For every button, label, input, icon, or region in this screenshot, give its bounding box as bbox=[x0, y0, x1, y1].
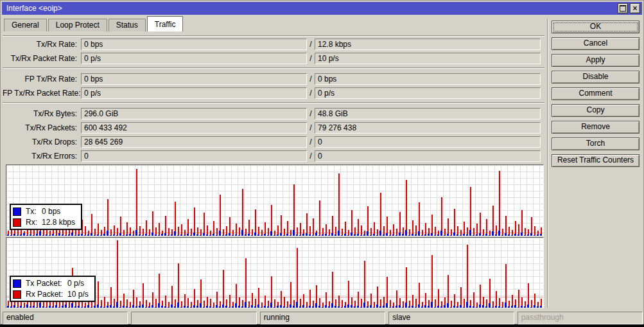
tx-bar bbox=[261, 235, 263, 236]
maximize-button[interactable] bbox=[618, 3, 628, 13]
tx-bar bbox=[440, 306, 442, 308]
tx-bar bbox=[184, 306, 186, 308]
tx-bar bbox=[267, 306, 269, 308]
button-torch[interactable]: Torch bbox=[552, 137, 640, 150]
tx-bar bbox=[521, 306, 523, 308]
field-row-tx-rx-bytes: Tx/Rx Bytes:296.0 GiB/48.8 GiB bbox=[3, 108, 544, 119]
tx-bar bbox=[498, 306, 500, 308]
tx-bar bbox=[421, 235, 423, 236]
button-cancel[interactable]: Cancel bbox=[552, 37, 640, 50]
tx-bar bbox=[264, 306, 266, 308]
rx-bar bbox=[178, 263, 179, 308]
tab-loop-protect[interactable]: Loop Protect bbox=[48, 19, 107, 31]
tx-bar bbox=[113, 306, 115, 308]
tx-bar bbox=[209, 306, 211, 308]
tx-bar bbox=[7, 306, 9, 308]
titlebar[interactable]: Interface <eoip> × bbox=[2, 2, 642, 15]
tab-status[interactable]: Status bbox=[109, 19, 146, 31]
tx-bar bbox=[142, 235, 144, 236]
slash-separator: / bbox=[307, 123, 315, 132]
rx-bar bbox=[229, 295, 231, 308]
tx-bar bbox=[354, 306, 356, 308]
tx-bar bbox=[200, 235, 202, 236]
tx-bar bbox=[399, 233, 401, 236]
rx-bar bbox=[223, 270, 224, 308]
rx-value: 12.8 kbps bbox=[42, 218, 75, 227]
tx-bar bbox=[274, 235, 275, 236]
tx-bar bbox=[482, 235, 484, 236]
button-comment[interactable]: Comment bbox=[552, 87, 640, 100]
tx-bar bbox=[229, 233, 231, 236]
tx-bar bbox=[232, 306, 234, 308]
button-remove[interactable]: Remove bbox=[552, 121, 640, 134]
rx-bar bbox=[319, 200, 320, 236]
tx-bar bbox=[17, 307, 19, 308]
tx-bar bbox=[222, 235, 224, 236]
tx-bar bbox=[216, 235, 218, 236]
tab-traffic[interactable]: Traffic bbox=[147, 16, 184, 31]
tx-bar bbox=[386, 233, 388, 236]
tx-bar bbox=[168, 235, 170, 236]
tx-bar bbox=[20, 306, 22, 308]
field-row-fp-tx-rx-packet-rate: FP Tx/Rx Packet Rate:0 p/s/0 p/s bbox=[3, 87, 544, 99]
tx-bar bbox=[164, 306, 166, 308]
tx-bar bbox=[213, 307, 214, 308]
tx-bar bbox=[241, 230, 243, 236]
tx-bar bbox=[81, 234, 83, 236]
tx-bar bbox=[245, 302, 247, 308]
tx-bar bbox=[309, 234, 311, 236]
tx-bar bbox=[534, 305, 535, 308]
tx-bar bbox=[476, 307, 478, 308]
tx-bar bbox=[347, 235, 349, 236]
tx-bar bbox=[306, 233, 308, 236]
button-apply[interactable]: Apply bbox=[552, 54, 640, 67]
tx-bar bbox=[13, 234, 15, 236]
tx-bar bbox=[251, 235, 253, 236]
tx-bar bbox=[505, 303, 507, 308]
button-copy[interactable]: Copy bbox=[552, 104, 640, 117]
status-enabled: enabled bbox=[3, 312, 128, 324]
slash-separator: / bbox=[307, 75, 315, 84]
tx-bar bbox=[457, 234, 458, 236]
button-ok[interactable]: OK bbox=[552, 21, 640, 33]
packet-rate-graph: Tx Packet:0 p/sRx Packet:10 p/s bbox=[6, 237, 544, 308]
rx-bar bbox=[470, 187, 471, 236]
tx-bar bbox=[46, 234, 48, 236]
tab-general[interactable]: General bbox=[4, 19, 47, 31]
tx-bar bbox=[405, 303, 407, 308]
tx-bar bbox=[379, 231, 381, 236]
tx-bar bbox=[39, 303, 41, 308]
field-row-tx-rx-packets: Tx/Rx Packets:600 433 492/79 276 438 bbox=[3, 122, 544, 134]
tx-bar bbox=[17, 235, 19, 236]
tx-bar bbox=[341, 307, 343, 308]
tx-bar bbox=[286, 234, 288, 236]
tx-bar bbox=[46, 307, 48, 308]
tab-separator bbox=[3, 35, 544, 37]
tx-bar bbox=[274, 307, 275, 308]
tx-packet-swatch bbox=[13, 279, 21, 288]
tx-bar bbox=[139, 234, 141, 236]
tx-bar bbox=[119, 307, 121, 308]
tx-bar bbox=[277, 306, 279, 308]
tx-bar bbox=[49, 235, 51, 236]
tx-bar bbox=[396, 306, 397, 308]
tx-bar bbox=[485, 234, 487, 236]
rx-bar bbox=[332, 272, 333, 308]
tx-bar bbox=[110, 305, 112, 308]
tx-bar bbox=[36, 307, 38, 308]
tx-bar bbox=[155, 234, 157, 236]
slash-separator: / bbox=[307, 152, 315, 161]
tx-bar bbox=[511, 306, 513, 308]
tx-bar bbox=[527, 234, 529, 236]
tx-bar bbox=[479, 305, 481, 308]
button-reset-traffic-counters[interactable]: Reset Traffic Counters bbox=[552, 154, 640, 167]
button-disable[interactable]: Disable bbox=[552, 71, 640, 84]
close-button[interactable]: × bbox=[630, 3, 640, 13]
tx-bar bbox=[135, 306, 137, 308]
tx-bar bbox=[277, 234, 279, 236]
field-label-fp-tx-rx-packet-rate: FP Tx/Rx Packet Rate: bbox=[3, 89, 81, 98]
tx-bar bbox=[222, 305, 224, 308]
tx-bar bbox=[328, 235, 330, 236]
tx-bar bbox=[84, 235, 86, 236]
tx-bar bbox=[145, 307, 147, 308]
